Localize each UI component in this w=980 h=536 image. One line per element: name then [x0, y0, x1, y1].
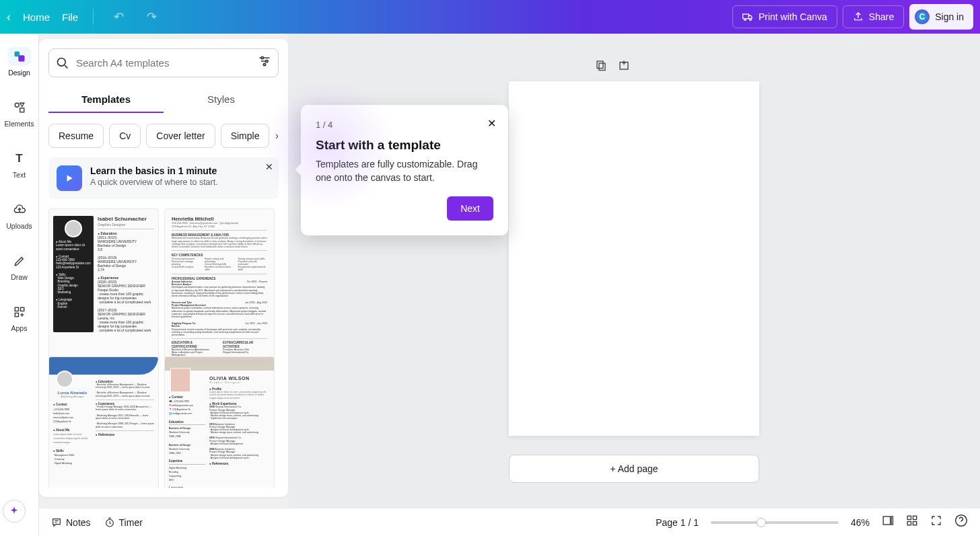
svg-point-12 — [266, 60, 268, 62]
svg-rect-19 — [891, 516, 893, 525]
chip-resume[interactable]: Resume — [48, 124, 104, 148]
share-button[interactable]: Share — [843, 5, 904, 28]
learn-subtitle: A quick overview of where to start. — [90, 178, 218, 187]
rail-elements[interactable]: Elements — [0, 94, 38, 132]
learn-title: Learn the basics in 1 minute — [90, 165, 218, 176]
category-chips: Resume Cv Cover letter Simple › — [48, 124, 279, 148]
play-icon — [57, 165, 82, 191]
svg-point-13 — [263, 63, 265, 65]
undo-icon[interactable]: ↶ — [108, 7, 129, 27]
timer-label: Timer — [119, 517, 143, 528]
rail-draw-label: Draw — [11, 273, 28, 281]
timer-button[interactable]: Timer — [104, 517, 143, 528]
ai-assistant-button[interactable] — [3, 500, 26, 523]
blank-page[interactable] — [509, 81, 759, 436]
template-lorna-alvarado[interactable]: Lorna Alvarado Marketing Manager ● Conta… — [48, 356, 159, 488]
top-bar-left: ‹ Home File ↶ ↷ — [7, 7, 162, 27]
svg-point-5 — [15, 103, 19, 107]
home-link[interactable]: Home — [23, 11, 50, 23]
popover-step: 1 / 4 — [316, 120, 493, 130]
signin-label: Sign in — [935, 11, 964, 22]
svg-rect-22 — [907, 522, 911, 525]
svg-rect-6 — [20, 108, 24, 112]
design-icon — [8, 47, 31, 66]
share-label: Share — [869, 11, 894, 22]
search-input[interactable] — [76, 57, 251, 69]
file-menu[interactable]: File — [62, 11, 78, 23]
top-bar-right: Print with Canva Share C Sign in — [732, 4, 973, 30]
top-bar: ‹ Home File ↶ ↷ Print with Canva Share C… — [0, 0, 980, 34]
print-label: Print with Canva — [759, 11, 827, 22]
filter-icon[interactable] — [258, 54, 271, 71]
svg-rect-7 — [15, 307, 18, 311]
print-button[interactable]: Print with Canva — [732, 5, 837, 28]
template-olivia-wilson[interactable]: ● Contact☎ +123-456-7890✉ hello@greatsit… — [164, 356, 275, 488]
notes-button[interactable]: Notes — [51, 517, 91, 528]
uploads-icon — [8, 200, 31, 219]
view-pages-icon[interactable] — [882, 514, 894, 530]
learn-basics-card[interactable]: Learn the basics in 1 minute A quick ove… — [48, 157, 279, 199]
rail-text[interactable]: T Text — [0, 145, 38, 183]
rail-elements-label: Elements — [5, 120, 34, 128]
search-icon — [56, 56, 69, 70]
rail-text-label: Text — [13, 171, 26, 179]
chips-scroll-right-icon[interactable]: › — [273, 130, 279, 142]
zoom-slider[interactable] — [711, 521, 839, 524]
tab-templates[interactable]: Templates — [48, 87, 164, 113]
templates-grid: ● About MeLorem ipsum dolor sit amet con… — [48, 208, 279, 488]
zoom-value: 46% — [851, 517, 870, 528]
zoom-knob[interactable] — [757, 518, 766, 527]
canvas-toolbar — [288, 34, 980, 81]
timer-icon — [104, 517, 115, 528]
chip-cover-letter[interactable]: Cover letter — [146, 124, 215, 148]
canva-logo-icon: C — [915, 9, 930, 24]
rail-apps[interactable]: Apps — [0, 299, 38, 336]
popover-body: Templates are fully customizable. Drag o… — [316, 158, 493, 184]
template-isabel-schumacher[interactable]: ● About MeLorem ipsum dolor sit amet con… — [48, 208, 159, 364]
svg-rect-4 — [18, 55, 24, 61]
svg-rect-23 — [913, 522, 917, 525]
export-page-icon[interactable] — [618, 59, 630, 75]
svg-point-10 — [58, 58, 66, 66]
template-henrietta-mitchell[interactable]: Henrietta Mitchell 123-456-7890 · henrie… — [164, 208, 275, 364]
popover-title: Start with a template — [316, 138, 493, 153]
svg-rect-14 — [597, 61, 603, 69]
redo-icon[interactable]: ↷ — [141, 7, 162, 27]
share-icon — [853, 11, 864, 22]
back-chevron-icon[interactable]: ‹ — [7, 10, 11, 24]
rail-apps-label: Apps — [11, 324, 28, 332]
svg-rect-9 — [15, 313, 18, 317]
page-counter: Page 1 / 1 — [656, 517, 699, 528]
rail-uploads[interactable]: Uploads — [0, 196, 38, 234]
rail-design[interactable]: Design — [0, 43, 38, 81]
bottom-left: Notes Timer — [51, 517, 143, 528]
onboarding-popover: 1 / 4 ✕ Start with a template Templates … — [301, 105, 508, 235]
panel-tabs: Templates Styles — [48, 87, 279, 113]
rail-draw[interactable]: Draw — [0, 247, 38, 285]
templates-panel: Templates Styles Resume Cv Cover letter … — [39, 39, 288, 497]
chip-cv[interactable]: Cv — [109, 124, 141, 148]
svg-rect-21 — [913, 516, 917, 519]
grid-view-icon[interactable] — [906, 514, 918, 530]
popover-next-button[interactable]: Next — [447, 196, 493, 221]
chip-simple[interactable]: Simple — [221, 124, 270, 148]
draw-icon — [8, 252, 31, 270]
elements-icon — [8, 98, 31, 117]
tab-styles[interactable]: Styles — [164, 87, 279, 113]
popover-close-icon[interactable]: ✕ — [487, 117, 496, 130]
signin-button[interactable]: C Sign in — [909, 4, 973, 30]
svg-rect-8 — [20, 307, 24, 311]
svg-point-11 — [261, 56, 263, 59]
svg-rect-18 — [883, 516, 890, 525]
help-icon[interactable] — [954, 514, 968, 531]
apps-icon — [8, 303, 31, 321]
duplicate-page-icon[interactable] — [595, 59, 607, 75]
sparkle-icon — [9, 506, 20, 516]
learn-close-icon[interactable]: ✕ — [265, 161, 273, 172]
separator — [93, 9, 94, 25]
learn-text: Learn the basics in 1 minute A quick ove… — [90, 165, 218, 191]
add-page-button[interactable]: + Add page — [509, 455, 759, 483]
fullscreen-icon[interactable] — [930, 514, 942, 530]
svg-point-1 — [744, 19, 746, 21]
bottom-bar: Notes Timer Page 1 / 1 46% — [39, 508, 980, 536]
